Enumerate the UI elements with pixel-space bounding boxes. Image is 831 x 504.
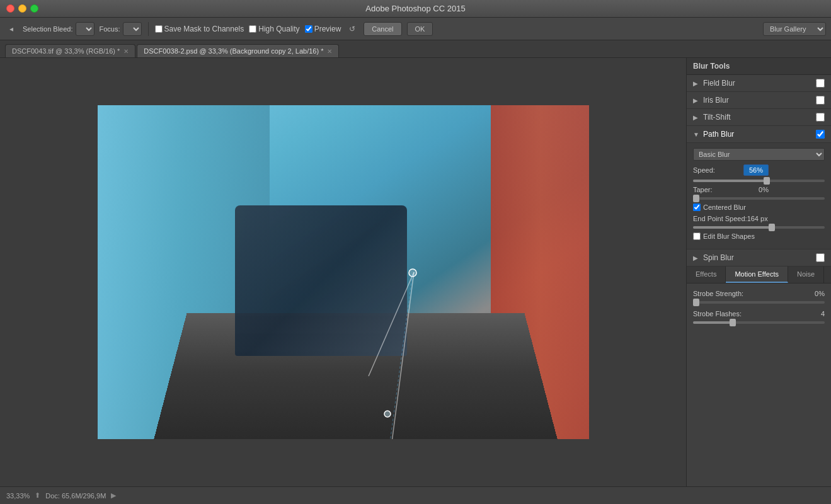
cancel-button[interactable]: Cancel <box>364 22 401 36</box>
title-bar: Adobe Photoshop CC 2015 <box>0 0 831 18</box>
field-blur-checkbox[interactable] <box>816 79 825 88</box>
effects-tab-noise[interactable]: Noise <box>788 266 824 283</box>
field-blur-label: Field Blur <box>703 79 816 88</box>
path-blur-checkbox[interactable] <box>816 130 825 139</box>
path-blur-arrow-icon: ▼ <box>693 131 699 138</box>
toolbar-divider-1 <box>148 22 149 36</box>
path-blur-panel: Basic Blur Rear Sync Flash Strobe Flash … <box>687 143 831 249</box>
minimize-button[interactable] <box>18 4 26 13</box>
field-blur-arrow-icon: ▶ <box>693 80 699 87</box>
tabs-row: DSCF0043.tif @ 33,3% (RGB/16) * ✕ DSCF00… <box>0 40 831 58</box>
doc-info: Doc: 65,6M/296,9M <box>45 492 106 500</box>
taper-slider-track[interactable] <box>693 197 825 200</box>
spin-blur-checkbox[interactable] <box>816 253 825 262</box>
blur-type-row: Basic Blur Rear Sync Flash Strobe Flash <box>693 148 825 161</box>
spin-blur-item[interactable]: ▶ Spin Blur <box>687 249 831 266</box>
close-button[interactable] <box>6 4 14 13</box>
iris-blur-checkbox[interactable] <box>816 96 825 105</box>
ok-button[interactable]: OK <box>407 22 433 36</box>
end-point-speed-slider-thumb[interactable] <box>769 224 775 231</box>
strobe-strength-label: Strobe Strength: <box>693 290 806 297</box>
tab-1-label: DSCF0038-2.psd @ 33,3% (Background copy … <box>144 47 323 55</box>
status-bar: 33,33% ⬆ Doc: 65,6M/296,9M ▶ <box>0 486 831 504</box>
tilt-shift-checkbox[interactable] <box>816 113 825 122</box>
blur-gallery-select[interactable]: Blur Gallery <box>763 22 826 36</box>
right-panel: Blur Tools ▶ Field Blur ▶ Iris Blur ▶ Ti… <box>686 58 831 486</box>
high-quality-checkbox[interactable] <box>249 25 256 33</box>
effects-tabs: Effects Motion Effects Noise <box>687 266 831 284</box>
taper-label: Taper: <box>693 186 743 193</box>
strobe-flashes-label: Strobe Flashes: <box>693 310 806 318</box>
save-mask-checkbox-group: Save Mask to Channels <box>155 25 244 33</box>
end-point-speed-row: End Point Speed: 164 px <box>693 215 825 222</box>
high-quality-label: High Quality <box>258 25 299 33</box>
tab-1[interactable]: DSCF0038-2.psd @ 33,3% (Background copy … <box>137 44 339 57</box>
edit-blur-shapes-label: Edit Blur Shapes <box>703 232 755 240</box>
tab-0-close-icon[interactable]: ✕ <box>123 48 129 55</box>
high-quality-checkbox-group: High Quality <box>249 25 299 33</box>
spin-blur-label: Spin Blur <box>703 253 816 262</box>
tab-0[interactable]: DSCF0043.tif @ 33,3% (RGB/16) * ✕ <box>5 44 135 57</box>
main-content: Blur Tools ▶ Field Blur ▶ Iris Blur ▶ Ti… <box>0 58 831 486</box>
speed-slider-thumb[interactable] <box>764 177 770 185</box>
end-point-speed-label: End Point Speed: <box>693 215 747 222</box>
taper-value: 0% <box>743 186 769 193</box>
tab-0-label: DSCF0043.tif @ 33,3% (RGB/16) * <box>12 47 120 55</box>
status-play-icon[interactable]: ▶ <box>111 491 116 500</box>
tilt-shift-item[interactable]: ▶ Tilt-Shift <box>687 109 831 126</box>
centered-blur-label: Centered Blur <box>703 203 746 211</box>
toolbar: ◂ Selection Bleed: Focus: Save Mask to C… <box>0 18 831 40</box>
strobe-strength-thumb[interactable] <box>693 299 699 306</box>
path-blur-label: Path Blur <box>703 130 816 139</box>
strobe-strength-slider[interactable] <box>693 301 825 304</box>
tilt-shift-arrow-icon: ▶ <box>693 114 699 121</box>
toolbar-arrow-icon[interactable]: ◂ <box>5 23 18 35</box>
path-blur-item[interactable]: ▼ Path Blur <box>687 126 831 143</box>
strobe-flashes-row: Strobe Flashes: 4 <box>693 310 825 318</box>
canvas-area[interactable] <box>0 58 686 486</box>
strobe-flashes-fill <box>693 321 733 324</box>
speed-slider-track[interactable] <box>693 180 825 182</box>
speed-row: Speed: 56% <box>693 164 825 176</box>
selection-bleed-select[interactable] <box>76 22 95 36</box>
focus-label: Focus: <box>100 25 120 33</box>
status-share-icon[interactable]: ⬆ <box>35 491 40 500</box>
traffic-lights <box>6 4 38 13</box>
save-mask-checkbox[interactable] <box>155 25 163 33</box>
strobe-flashes-slider[interactable] <box>693 321 825 324</box>
focus-group: Focus: <box>100 22 142 36</box>
edit-blur-shapes-row: Edit Blur Shapes <box>693 232 825 240</box>
window-title: Adobe Photoshop CC 2015 <box>365 4 465 13</box>
end-point-speed-value: 164 px <box>747 215 768 222</box>
centered-blur-checkbox[interactable] <box>693 203 701 211</box>
spin-blur-arrow-icon: ▶ <box>693 255 699 261</box>
reset-icon[interactable]: ↺ <box>346 23 358 35</box>
taper-slider-thumb[interactable] <box>693 195 699 202</box>
scene-car <box>235 205 407 356</box>
tilt-shift-label: Tilt-Shift <box>703 113 816 122</box>
maximize-button[interactable] <box>30 4 38 13</box>
focus-select[interactable] <box>123 22 142 36</box>
preview-label: Preview <box>314 25 341 33</box>
effects-tab-effects[interactable]: Effects <box>687 266 726 283</box>
zoom-level: 33,33% <box>6 492 30 500</box>
speed-value[interactable]: 56% <box>743 164 769 176</box>
blur-type-select[interactable]: Basic Blur Rear Sync Flash Strobe Flash <box>693 148 825 161</box>
effects-tab-motion[interactable]: Motion Effects <box>726 266 788 283</box>
toolbar-right: Blur Gallery <box>763 22 826 36</box>
end-point-speed-slider-fill <box>693 226 772 229</box>
canvas-image <box>98 105 589 439</box>
end-point-speed-slider-track[interactable] <box>693 226 825 229</box>
iris-blur-item[interactable]: ▶ Iris Blur <box>687 92 831 109</box>
edit-blur-shapes-checkbox[interactable] <box>693 232 701 240</box>
preview-checkbox[interactable] <box>305 25 312 33</box>
strobe-strength-row: Strobe Strength: 0% <box>693 290 825 297</box>
save-mask-label: Save Mask to Channels <box>164 25 244 33</box>
iris-blur-label: Iris Blur <box>703 96 816 105</box>
strobe-flashes-thumb[interactable] <box>730 319 736 326</box>
tab-1-close-icon[interactable]: ✕ <box>327 48 332 55</box>
selection-bleed-label: Selection Bleed: <box>23 25 73 33</box>
taper-row: Taper: 0% <box>693 186 825 193</box>
field-blur-item[interactable]: ▶ Field Blur <box>687 75 831 92</box>
blur-tools-title: Blur Tools <box>687 58 831 75</box>
